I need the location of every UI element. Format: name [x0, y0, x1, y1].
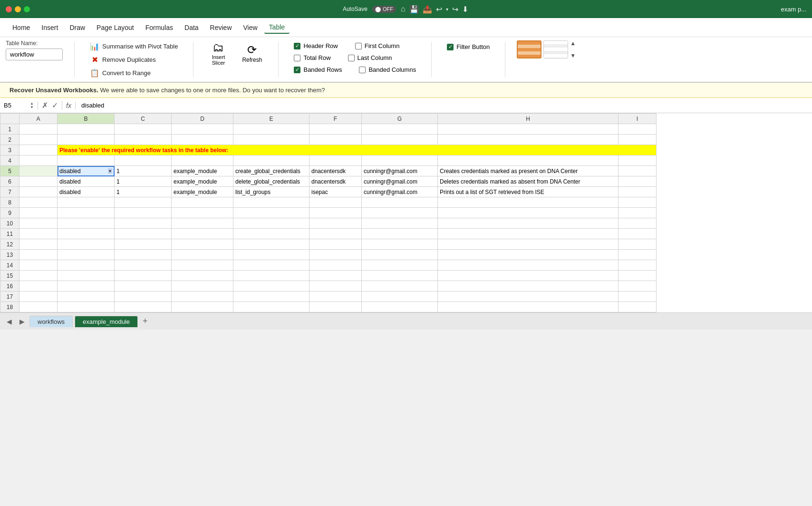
gallery-arrow-up[interactable]: ▲ — [570, 40, 576, 47]
first-column-checkbox[interactable] — [355, 43, 362, 49]
cell-C5[interactable]: 1 — [115, 166, 172, 176]
redo-icon[interactable]: ↪ — [452, 5, 458, 14]
menu-page-layout[interactable]: Page Layout — [92, 22, 139, 33]
menu-view[interactable]: View — [239, 22, 262, 33]
col-header-B[interactable]: B — [58, 114, 115, 124]
cell-B4[interactable]: status▾ — [58, 156, 115, 166]
header-row-check[interactable]: ✓ Header Row — [290, 41, 341, 51]
cell-E7[interactable]: list_id_groups — [233, 187, 309, 197]
tab-example-module[interactable]: example_module — [75, 316, 138, 327]
first-column-check[interactable]: First Column — [351, 41, 404, 51]
maximize-button[interactable] — [24, 6, 30, 12]
cell-B3[interactable]: Please 'enable' the required workflow ta… — [58, 145, 657, 156]
refresh-button[interactable]: ⟳ Refresh — [237, 42, 267, 65]
share-icon[interactable]: 📤 — [423, 5, 432, 14]
cell-C1[interactable] — [115, 124, 172, 135]
row-num[interactable]: 4 — [0, 156, 19, 166]
cell-A7[interactable] — [19, 187, 58, 197]
menu-draw[interactable]: Draw — [65, 22, 90, 33]
minimize-button[interactable] — [15, 6, 21, 12]
header-row-checkbox[interactable]: ✓ — [294, 43, 300, 49]
cell-ref-down[interactable]: ▼ — [30, 106, 34, 109]
tab-workflows[interactable]: workflows — [29, 316, 73, 327]
cell-A4[interactable] — [19, 156, 58, 166]
row-num[interactable]: 5 — [0, 166, 19, 176]
total-row-checkbox[interactable] — [294, 55, 300, 61]
cell-A6[interactable] — [19, 176, 58, 187]
cell-F5[interactable]: dnacentersdk — [309, 166, 362, 176]
formula-cancel-icon[interactable]: ✗ — [42, 101, 48, 110]
cell-D7[interactable]: example_module — [172, 187, 233, 197]
cell-H1[interactable] — [438, 124, 619, 135]
last-column-check[interactable]: Last Column — [344, 53, 396, 63]
cell-E4[interactable]: task▾ — [233, 156, 309, 166]
cell-F6[interactable]: dnacentersdk — [309, 176, 362, 187]
remove-duplicates-button[interactable]: ✖ Remove Duplicates — [86, 53, 182, 66]
filter-button-checkbox[interactable]: ✓ — [447, 44, 454, 50]
banded-rows-checkbox[interactable]: ✓ — [294, 67, 300, 73]
save-icon[interactable]: 💾 — [409, 5, 419, 14]
summarise-pivot-button[interactable]: 📊 Summarise with Pivot Table — [86, 40, 182, 52]
cell-I4[interactable] — [619, 156, 657, 166]
cell-E2[interactable] — [233, 135, 309, 145]
cell-D1[interactable] — [172, 124, 233, 135]
col-header-F[interactable]: F — [309, 114, 362, 124]
col-header-G[interactable]: G — [362, 114, 438, 124]
plain-table-style-thumb[interactable] — [543, 40, 568, 58]
menu-insert[interactable]: Insert — [37, 22, 63, 33]
cell-G1[interactable] — [362, 124, 438, 135]
cell-I5[interactable] — [619, 166, 657, 176]
cell-G7[interactable]: cunningr@gmail.com — [362, 187, 438, 197]
cell-A2[interactable] — [19, 135, 58, 145]
cell-D5[interactable]: example_module — [172, 166, 233, 176]
cell-H6[interactable]: Deletes credentials marked as absent fro… — [438, 176, 619, 187]
cell-F1[interactable] — [309, 124, 362, 135]
cell-H4[interactable]: description▾ — [438, 156, 619, 166]
cell-G4[interactable]: author▾ — [362, 156, 438, 166]
formula-value[interactable]: disabled — [76, 102, 812, 109]
cell-A1[interactable] — [19, 124, 58, 135]
col-header-D[interactable]: D — [172, 114, 233, 124]
menu-table[interactable]: Table — [264, 21, 290, 34]
cell-B2[interactable] — [58, 135, 115, 145]
cell-E1[interactable] — [233, 124, 309, 135]
col-header-E[interactable]: E — [233, 114, 309, 124]
cell-H2[interactable] — [438, 135, 619, 145]
gallery-arrow-down[interactable]: ▼ — [570, 52, 576, 59]
cell-I1[interactable] — [619, 124, 657, 135]
menu-formulas[interactable]: Formulas — [141, 22, 178, 33]
cell-I7[interactable] — [619, 187, 657, 197]
banded-columns-check[interactable]: Banded Columns — [355, 65, 420, 75]
cell-F7[interactable]: isepac — [309, 187, 362, 197]
cell-I6[interactable] — [619, 176, 657, 187]
cell-B7[interactable]: disabled — [58, 187, 115, 197]
cell-H7[interactable]: Prints out a list of SGT retrieved from … — [438, 187, 619, 197]
insert-slicer-button[interactable]: 🗂 InsertSlicer — [205, 40, 232, 68]
cell-E5[interactable]: create_global_credentials — [233, 166, 309, 176]
more-icon[interactable]: ⬇ — [462, 5, 468, 14]
autosave-toggle[interactable]: ⬤ OFF — [372, 6, 396, 13]
row-num[interactable]: 1 — [0, 124, 19, 135]
menu-review[interactable]: Review — [205, 22, 237, 33]
cell-B1[interactable] — [58, 124, 115, 135]
tab-nav-right[interactable]: ▶ — [17, 317, 28, 326]
cell-I2[interactable] — [619, 135, 657, 145]
active-table-style-thumb[interactable] — [517, 40, 541, 58]
col-header-A[interactable]: A — [19, 114, 58, 124]
undo-dropdown-icon[interactable]: ▾ — [446, 7, 448, 12]
home-icon[interactable]: ⌂ — [401, 5, 406, 13]
tab-nav-left[interactable]: ◀ — [4, 317, 15, 326]
banded-rows-check[interactable]: ✓ Banded Rows — [290, 65, 346, 75]
cell-G2[interactable] — [362, 135, 438, 145]
filter-button-check[interactable]: ✓ Filter Button — [443, 42, 493, 52]
cell-C2[interactable] — [115, 135, 172, 145]
col-header-H[interactable]: H — [438, 114, 619, 124]
cell-A3[interactable] — [19, 145, 58, 156]
cell-G6[interactable]: cunningr@gmail.com — [362, 176, 438, 187]
total-row-check[interactable]: Total Row — [290, 53, 334, 63]
cell-C6[interactable]: 1 — [115, 176, 172, 187]
banded-columns-checkbox[interactable] — [359, 67, 366, 73]
cell-E6[interactable]: delete_global_credentials — [233, 176, 309, 187]
close-button[interactable] — [6, 6, 12, 12]
cell-F4[interactable]: api▾ — [309, 156, 362, 166]
